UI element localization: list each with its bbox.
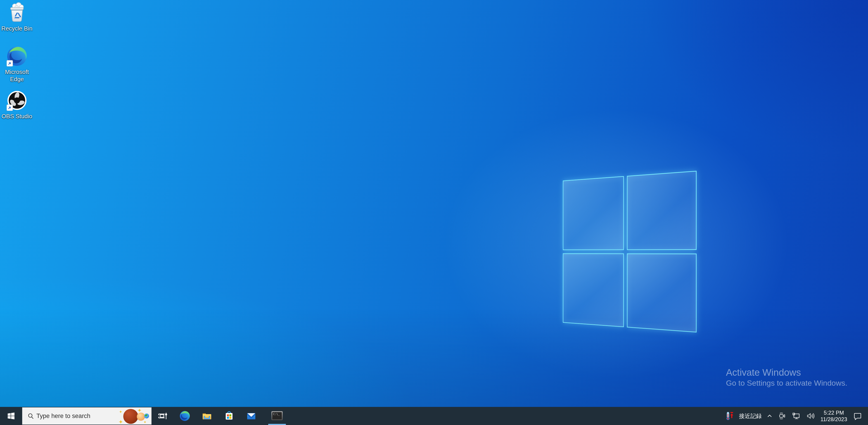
tray-app-label[interactable]: 接近記録 <box>737 412 764 420</box>
tray-thermometer-app[interactable] <box>723 407 737 425</box>
desktop-icon-obs-studio[interactable]: OBS Studio <box>0 90 34 120</box>
search-input[interactable] <box>34 413 117 420</box>
taskbar-search-box[interactable] <box>22 407 152 425</box>
search-icon <box>27 413 34 420</box>
search-highlight-planets-art <box>117 407 151 425</box>
activate-windows-watermark: Activate Windows Go to Settings to activ… <box>726 367 847 388</box>
desktop-wallpaper <box>0 0 868 407</box>
planet-earth-art <box>144 414 149 419</box>
sparkle-icon <box>144 421 146 423</box>
tray-network[interactable] <box>789 407 803 425</box>
taskbar-empty-space <box>288 407 723 425</box>
planet-mars-art <box>123 409 138 424</box>
taskbar-file-explorer-button[interactable] <box>196 407 218 425</box>
taskbar-command-prompt-button[interactable]: C:\_ <box>266 407 288 425</box>
taskbar-clock[interactable]: 5:22 PM 11/28/2023 <box>817 407 850 425</box>
desktop-icon-microsoft-edge[interactable]: Microsoft Edge <box>0 45 34 83</box>
wallpaper-floor-shade <box>0 0 868 407</box>
sparkle-icon <box>138 408 141 412</box>
tray-volume[interactable] <box>803 407 817 425</box>
action-center-button[interactable] <box>850 407 865 425</box>
camera-icon <box>778 412 787 421</box>
desktop-icon-recycle-bin[interactable]: Recycle Bin <box>0 2 34 32</box>
desktop-icon-label: Microsoft Edge <box>0 68 34 83</box>
watermark-title: Activate Windows <box>726 367 847 378</box>
file-explorer-icon <box>202 411 212 421</box>
taskbar-store-button[interactable] <box>218 407 240 425</box>
shortcut-arrow-icon <box>6 104 13 111</box>
tray-overflow-button[interactable] <box>764 407 775 425</box>
start-button[interactable] <box>0 407 22 425</box>
shortcut-arrow-icon <box>6 60 13 66</box>
chevron-up-icon <box>767 413 773 419</box>
edge-icon <box>179 411 190 421</box>
microsoft-store-icon <box>224 411 235 421</box>
sparkle-icon <box>119 420 123 424</box>
command-prompt-screen-text: C:\_ <box>273 413 280 416</box>
system-tray: 接近記録 5:22 PM 11/28/2023 <box>723 407 868 425</box>
ethernet-network-icon <box>792 412 801 421</box>
watermark-subtitle: Go to Settings to activate Windows. <box>726 378 847 388</box>
clock-time: 5:22 PM <box>824 409 844 416</box>
taskbar-mail-button[interactable] <box>240 407 262 425</box>
command-prompt-icon: C:\_ <box>271 411 283 421</box>
volume-icon <box>806 412 815 421</box>
planet-orange-art <box>137 413 145 421</box>
desktop-icon-label: OBS Studio <box>2 113 32 120</box>
task-view-button[interactable] <box>152 407 174 425</box>
task-view-icon <box>158 411 167 421</box>
thermometer-icon <box>726 411 734 421</box>
clock-date: 11/28/2023 <box>820 416 847 423</box>
running-app-indicator <box>268 424 286 425</box>
taskbar: C:\_ 接近記録 5:22 PM 11/28/2023 <box>0 407 868 425</box>
windows-start-icon <box>7 412 15 420</box>
sparkle-icon <box>119 410 122 413</box>
mail-icon <box>246 411 257 421</box>
action-center-icon <box>853 411 862 421</box>
taskbar-edge-button[interactable] <box>174 407 196 425</box>
recycle-bin-icon <box>6 2 27 23</box>
tray-camera-in-use[interactable] <box>775 407 789 425</box>
desktop-icon-label: Recycle Bin <box>1 25 32 32</box>
